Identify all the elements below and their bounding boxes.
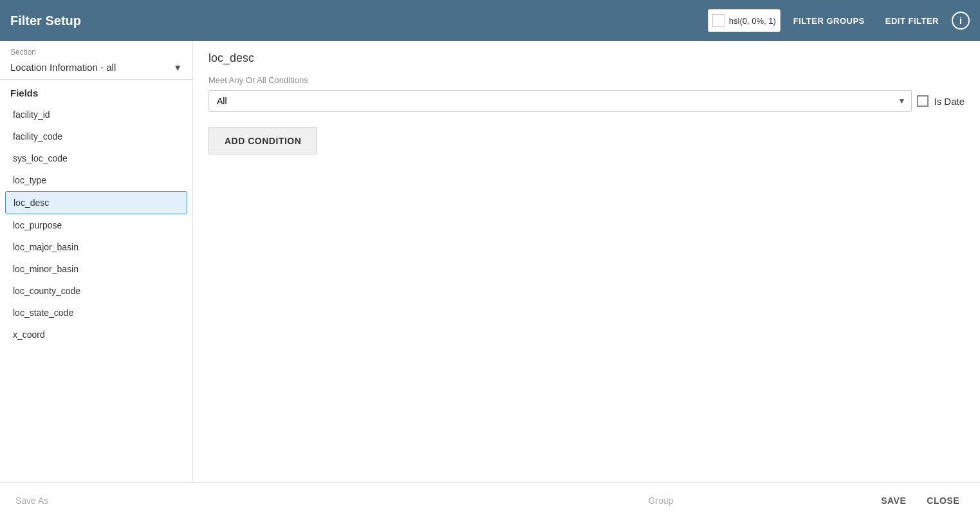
section-dropdown-arrow: ▼ [173, 62, 182, 73]
app-title: Filter Setup [10, 14, 708, 28]
is-date-checkbox[interactable] [917, 95, 929, 107]
right-panel: loc_desc Meet Any Or All Conditions All … [193, 41, 980, 482]
color-swatch[interactable]: hsl(0, 0%, 1) [708, 9, 781, 32]
field-item[interactable]: loc_type [5, 169, 187, 191]
section-value: Location Information - all [10, 62, 169, 73]
app-header: Filter Setup hsl(0, 0%, 1) FILTER GROUPS… [0, 0, 980, 41]
left-panel: Section Location Information - all ▼ Fie… [0, 41, 193, 482]
footer: Save As Group SAVE CLOSE [0, 482, 980, 518]
field-item[interactable]: x_coord [5, 324, 187, 346]
conditions-label: Meet Any Or All Conditions [208, 75, 965, 85]
is-date-container: Is Date [917, 95, 965, 107]
info-icon[interactable]: i [952, 12, 970, 30]
header-actions: hsl(0, 0%, 1) FILTER GROUPS EDIT FILTER … [708, 9, 970, 32]
section-dropdown[interactable]: Location Information - all ▼ [0, 58, 192, 80]
field-item[interactable]: loc_state_code [5, 302, 187, 324]
field-name-title: loc_desc [208, 51, 965, 65]
field-item[interactable]: facility_id [5, 104, 187, 125]
field-item[interactable]: loc_desc [5, 191, 187, 214]
add-condition-button[interactable]: ADD CONDITION [208, 127, 317, 154]
conditions-select-wrapper: All Any ▼ [208, 90, 912, 112]
is-date-label: Is Date [934, 96, 965, 107]
fields-label: Fields [0, 80, 192, 104]
main-content: Section Location Information - all ▼ Fie… [0, 41, 980, 482]
color-label: hsl(0, 0%, 1) [729, 16, 776, 26]
conditions-row: All Any ▼ Is Date [208, 90, 965, 112]
field-item[interactable]: loc_purpose [5, 214, 187, 236]
fields-list: facility_idfacility_codesys_loc_codeloc_… [0, 104, 192, 482]
save-button[interactable]: SAVE [876, 493, 911, 508]
footer-actions: SAVE CLOSE [876, 493, 965, 508]
field-item[interactable]: facility_code [5, 125, 187, 147]
footer-group: Group [446, 495, 876, 506]
close-button[interactable]: CLOSE [921, 493, 965, 508]
section-label: Section [0, 41, 192, 58]
edit-filter-button[interactable]: EDIT FILTER [878, 11, 947, 31]
field-item[interactable]: loc_minor_basin [5, 258, 187, 280]
footer-save-as[interactable]: Save As [15, 495, 446, 506]
color-box [712, 14, 725, 27]
filter-groups-button[interactable]: FILTER GROUPS [786, 11, 873, 31]
field-item[interactable]: sys_loc_code [5, 147, 187, 169]
field-item[interactable]: loc_major_basin [5, 236, 187, 258]
field-item[interactable]: loc_county_code [5, 280, 187, 302]
fields-list-inner: facility_idfacility_codesys_loc_codeloc_… [0, 104, 192, 346]
conditions-select[interactable]: All Any [208, 90, 912, 112]
